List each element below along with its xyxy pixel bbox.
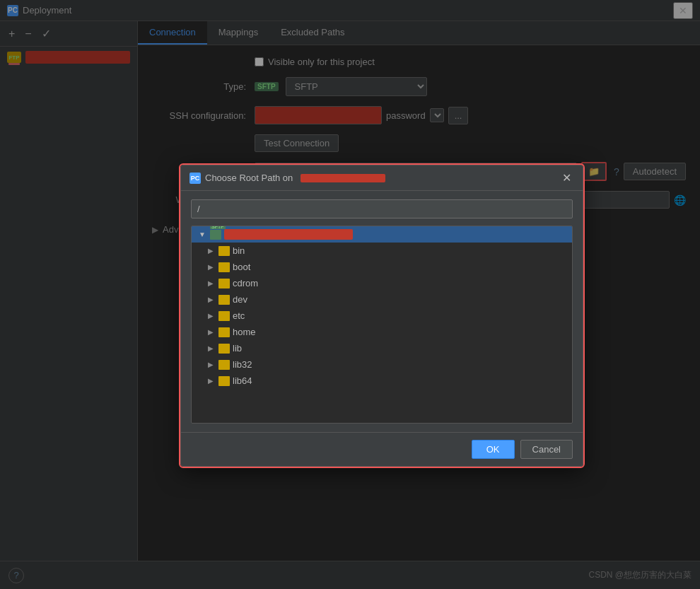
modal-body: ▼ root ▶ bin ▶ boot ▶ (181, 191, 583, 432)
tree-item-label: home (233, 327, 256, 337)
tree-folder-icon (218, 295, 230, 305)
tree-item[interactable]: ▶ etc (192, 308, 572, 324)
tree-item[interactable]: ▶ lib (192, 340, 572, 356)
path-input[interactable] (191, 199, 573, 218)
modal-close-button[interactable]: ✕ (559, 171, 574, 185)
tree-item-label: lib (233, 343, 242, 354)
tree-item[interactable]: ▶ dev (192, 291, 572, 308)
tree-expand-icon[interactable]: ▶ (206, 262, 216, 272)
tree-folder-icon (218, 246, 230, 256)
tree-root-item[interactable]: ▼ root (192, 226, 572, 243)
tree-item[interactable]: ▶ lib64 (192, 373, 572, 389)
modal-title-bar: PC Choose Root Path on ●●●●●● ✕ (181, 165, 583, 191)
modal-app-icon: PC (189, 173, 201, 184)
tree-expand-icon[interactable]: ▶ (206, 360, 216, 370)
tree-folder-icon (218, 279, 230, 288)
tree-expand-icon[interactable]: ▶ (206, 295, 216, 305)
tree-expand-icon[interactable]: ▶ (206, 246, 216, 256)
tree-expand-icon[interactable]: ▶ (206, 279, 216, 288)
tree-item[interactable]: ▶ cdrom (192, 275, 572, 291)
modal-footer: OK Cancel (181, 432, 583, 466)
tree-item-label: lib64 (233, 375, 252, 386)
tree-folder-icon (218, 344, 230, 354)
tree-item-label: etc (233, 310, 245, 321)
tree-expand-icon[interactable]: ▼ (197, 230, 207, 240)
tree-folder-icon (218, 327, 230, 337)
tree-item-label: dev (233, 294, 247, 305)
tree-item-label: bin (233, 245, 245, 256)
modal-title: Choose Root Path on ●●●●●● (205, 173, 555, 183)
modal-overlay: PC Choose Root Path on ●●●●●● ✕ ▼ root (0, 0, 700, 589)
cancel-button[interactable]: Cancel (520, 440, 573, 459)
tree-folder-icon (218, 262, 230, 272)
tree-expand-icon[interactable]: ▶ (206, 344, 216, 354)
tree-expand-icon[interactable]: ▶ (206, 311, 216, 321)
tree-item[interactable]: ▶ home (192, 324, 572, 340)
tree-folder-icon (218, 360, 230, 370)
tree-expand-icon[interactable]: ▶ (206, 376, 216, 386)
tree-item-label: cdrom (233, 278, 258, 288)
ok-button[interactable]: OK (472, 440, 515, 459)
tree-item[interactable]: ▶ lib32 (192, 356, 572, 373)
tree-item[interactable]: ▶ boot (192, 259, 572, 275)
tree-root-label: root (224, 229, 353, 240)
tree-folder-icon (218, 311, 230, 321)
tree-item-label: boot (233, 262, 250, 272)
choose-root-path-dialog: PC Choose Root Path on ●●●●●● ✕ ▼ root (180, 165, 583, 467)
tree-root-folder-icon (210, 230, 221, 240)
tree-folder-icon (218, 376, 230, 386)
tree-expand-icon[interactable]: ▶ (206, 327, 216, 337)
file-tree[interactable]: ▼ root ▶ bin ▶ boot ▶ (191, 226, 573, 424)
tree-item[interactable]: ▶ bin (192, 243, 572, 259)
tree-item-label: lib32 (233, 359, 252, 370)
